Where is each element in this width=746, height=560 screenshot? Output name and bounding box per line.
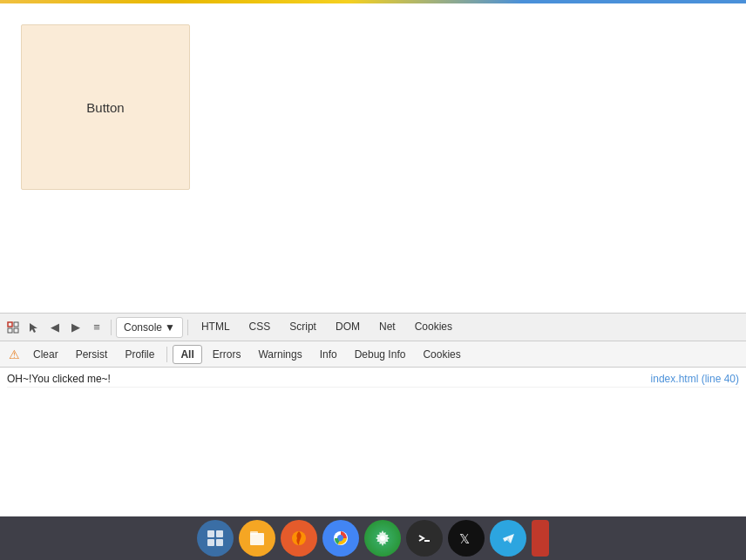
taskbar: 𝕏 [0, 516, 746, 560]
button-label: Button [86, 100, 124, 115]
console-dropdown-arrow: ▼ [165, 321, 175, 334]
cursor-icon[interactable] [24, 318, 44, 337]
filter-separator [166, 347, 167, 362]
tab-html[interactable]: HTML [193, 314, 239, 341]
taskbar-icon-twitter[interactable]: 𝕏 [448, 520, 485, 557]
tab-dom[interactable]: DOM [327, 314, 369, 341]
persist-btn[interactable]: Persist [69, 345, 115, 364]
tab-net[interactable]: Net [370, 314, 404, 341]
tab-css[interactable]: CSS [241, 314, 280, 341]
taskbar-icon-telegram[interactable] [490, 520, 526, 557]
clear-btn[interactable]: Clear [26, 345, 65, 364]
profile-btn[interactable]: Profile [118, 345, 161, 364]
tab-cookies[interactable]: Cookies [406, 314, 461, 341]
taskbar-icon-partial[interactable] [532, 520, 549, 557]
svg-rect-3 [14, 328, 18, 333]
tab-script[interactable]: Script [281, 314, 325, 341]
devtools-filterbar: ⚠ Clear Persist Profile All Errors Warni… [0, 341, 746, 368]
svg-rect-8 [216, 539, 223, 546]
svg-rect-7 [207, 539, 214, 546]
info-btn[interactable]: Info [313, 345, 344, 364]
warning-icon: ⚠ [5, 346, 23, 363]
console-output-text: OH~!You clicked me~! [7, 373, 111, 385]
svg-rect-10 [250, 531, 258, 535]
main-content: Button [0, 3, 746, 313]
all-btn[interactable]: All [173, 345, 201, 364]
forward-icon[interactable]: ▶ [66, 318, 85, 337]
console-label: Console [124, 321, 162, 334]
toolbar-separator-2 [187, 320, 188, 335]
svg-marker-4 [30, 323, 37, 333]
svg-rect-0 [8, 322, 12, 327]
debug-info-btn[interactable]: Debug Info [348, 345, 413, 364]
svg-rect-1 [14, 322, 18, 327]
taskbar-icon-terminal[interactable] [406, 520, 443, 557]
taskbar-icon-chrome[interactable] [322, 520, 359, 557]
console-output-line: OH~!You clicked me~! index.html (line 40… [7, 371, 739, 388]
taskbar-icon-wayland[interactable] [197, 520, 234, 557]
svg-rect-2 [8, 328, 12, 333]
toolbar-separator-1 [111, 320, 112, 335]
taskbar-icon-settings[interactable] [364, 520, 401, 557]
console-empty-area [7, 388, 739, 518]
cookies-filter-btn[interactable]: Cookies [416, 345, 467, 364]
console-file-link[interactable]: index.html (line 40) [651, 373, 739, 385]
back-icon[interactable]: ◀ [45, 318, 64, 337]
svg-rect-5 [207, 530, 214, 537]
errors-btn[interactable]: Errors [206, 345, 248, 364]
button-box[interactable]: Button [21, 24, 190, 190]
taskbar-icon-firefox[interactable] [281, 520, 317, 557]
console-tab-btn[interactable]: Console ▼ [116, 317, 183, 338]
warnings-btn[interactable]: Warnings [251, 345, 309, 364]
list-icon[interactable]: ≡ [87, 318, 106, 337]
svg-text:𝕏: 𝕏 [459, 532, 470, 546]
svg-rect-9 [250, 533, 264, 545]
devtools-toolbar: ◀ ▶ ≡ Console ▼ HTML CSS Script DOM Net … [0, 314, 746, 341]
taskbar-icon-files[interactable] [239, 520, 275, 557]
inspect-icon[interactable] [3, 318, 23, 337]
svg-rect-6 [216, 530, 223, 537]
